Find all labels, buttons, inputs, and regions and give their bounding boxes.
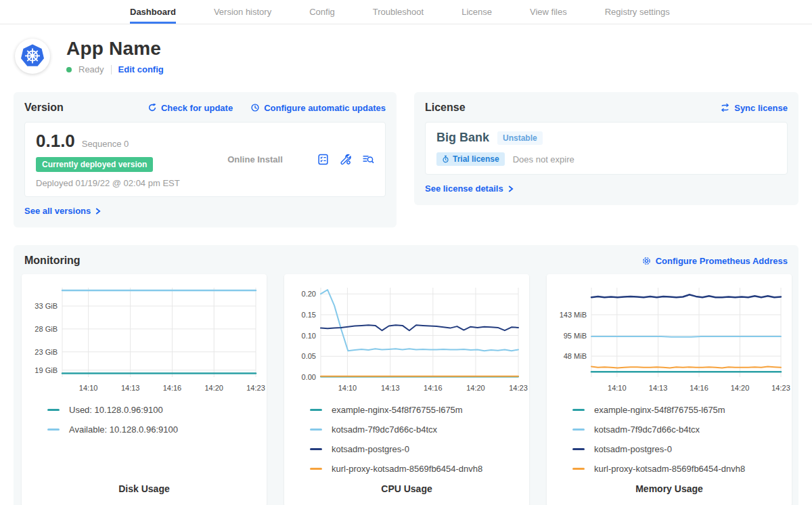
page-title: App Name	[66, 38, 164, 60]
svg-text:33 GiB: 33 GiB	[35, 302, 58, 310]
series-swatch	[572, 429, 585, 431]
checklist-icon	[317, 154, 329, 165]
lines-magnifier-icon	[362, 154, 374, 165]
tab-dashboard[interactable]: Dashboard	[130, 0, 176, 24]
svg-text:14:10: 14:10	[79, 384, 98, 392]
version-section: Version Check for update Configure autom…	[14, 92, 397, 227]
svg-text:0.20: 0.20	[302, 290, 316, 298]
install-type-label: Online Install	[193, 154, 317, 164]
svg-text:0.15: 0.15	[302, 311, 316, 319]
cpu-legend: example-nginx-54f8f76755-l675m kotsadm-7…	[310, 400, 521, 479]
version-number: 0.1.0	[36, 131, 75, 152]
memory-usage-chart: 14:1014:1314:1614:2014:2348 MiB95 MiB143…	[555, 281, 784, 395]
chart-title: Memory Usage	[555, 483, 784, 497]
sequence-label: Sequence 0	[82, 139, 129, 149]
disk-usage-card: 14:1014:1314:1614:2014:2319 GiB23 GiB28 …	[22, 274, 267, 505]
monitoring-title: Monitoring	[24, 255, 81, 267]
svg-text:14:13: 14:13	[649, 384, 668, 392]
tab-config[interactable]: Config	[309, 0, 335, 24]
stopwatch-icon	[442, 155, 449, 163]
channel-badge: Unstable	[497, 131, 543, 145]
top-nav: Dashboard Version history Config Trouble…	[0, 0, 812, 24]
license-name: Big Bank	[436, 131, 489, 145]
configure-prometheus-button[interactable]: Configure Prometheus Address	[641, 256, 788, 266]
svg-text:14:16: 14:16	[690, 384, 708, 392]
svg-text:0.00: 0.00	[302, 373, 316, 381]
monitoring-section: Monitoring Configure Prometheus Address …	[14, 245, 798, 505]
cpu-usage-card: 14:1014:1314:1614:2014:230.000.050.100.1…	[284, 274, 529, 505]
legend-item: example-nginx-54f8f76755-l675m	[572, 400, 784, 420]
view-diff-button[interactable]	[362, 154, 374, 165]
chart-title: Disk Usage	[30, 483, 258, 497]
series-swatch	[310, 429, 322, 431]
chart-title: CPU Usage	[292, 483, 521, 497]
see-all-versions-link[interactable]: See all versions	[24, 206, 101, 216]
svg-text:14:13: 14:13	[121, 384, 140, 392]
chevron-right-icon	[508, 185, 514, 193]
sync-icon	[720, 103, 730, 112]
version-title: Version	[24, 102, 64, 114]
svg-text:14:23: 14:23	[771, 384, 790, 392]
series-swatch	[572, 409, 585, 411]
chevron-right-icon	[95, 207, 101, 215]
app-header: App Name Ready Edit config	[0, 24, 812, 74]
edit-config-link[interactable]: Edit config	[118, 64, 164, 74]
tab-view-files[interactable]: View files	[530, 0, 567, 24]
deployed-badge: Currently deployed version	[36, 157, 153, 172]
legend-item: kurl-proxy-kotsadm-8569fb6454-dnvh8	[572, 459, 784, 479]
preflight-checks-button[interactable]	[317, 154, 329, 165]
svg-text:14:13: 14:13	[381, 384, 400, 392]
trial-license-badge: Trial license	[436, 152, 505, 166]
configure-automatic-updates-button[interactable]: Configure automatic updates	[250, 103, 386, 113]
check-for-update-button[interactable]: Check for update	[148, 103, 233, 113]
svg-text:14:23: 14:23	[246, 384, 265, 392]
tab-license[interactable]: License	[461, 0, 492, 24]
tab-version-history[interactable]: Version history	[214, 0, 271, 24]
tab-registry-settings[interactable]: Registry settings	[605, 0, 670, 24]
tab-troubleshoot[interactable]: Troubleshoot	[373, 0, 424, 24]
series-swatch	[47, 429, 60, 431]
license-section: License Sync license Big Bank Unstable	[414, 92, 798, 205]
status-dot	[66, 67, 72, 72]
svg-text:0.05: 0.05	[302, 352, 316, 360]
divider	[111, 65, 112, 74]
svg-text:48 MiB: 48 MiB	[564, 352, 587, 360]
gear-icon	[641, 256, 652, 266]
license-card: Big Bank Unstable Trial license Does not…	[425, 122, 788, 175]
disk-usage-chart: 14:1014:1314:1614:2014:2319 GiB23 GiB28 …	[30, 281, 258, 395]
app-logo	[15, 39, 50, 74]
license-title: License	[425, 102, 466, 114]
svg-text:14:20: 14:20	[466, 384, 485, 392]
deployed-timestamp: Deployed 01/19/22 @ 02:04 pm EST	[36, 178, 193, 188]
series-swatch	[310, 468, 322, 470]
legend-item: kotsadm-7f9dc7d66c-b4tcx	[310, 420, 521, 439]
license-expiration: Does not expire	[513, 154, 574, 164]
see-license-details-link[interactable]: See license details	[425, 183, 514, 194]
svg-text:14:16: 14:16	[424, 384, 443, 392]
series-swatch	[310, 409, 322, 411]
memory-usage-card: 14:1014:1314:1614:2014:2348 MiB95 MiB143…	[547, 274, 792, 505]
status-text: Ready	[78, 64, 104, 74]
clock-arrow-icon	[250, 103, 260, 112]
memory-legend: example-nginx-54f8f76755-l675m kotsadm-7…	[572, 400, 784, 479]
series-swatch	[310, 448, 322, 450]
svg-text:14:10: 14:10	[338, 384, 357, 392]
svg-text:28 GiB: 28 GiB	[35, 325, 58, 333]
legend-item: kotsadm-postgres-0	[310, 439, 521, 459]
series-swatch	[572, 468, 585, 470]
svg-text:14:20: 14:20	[731, 384, 750, 392]
legend-item: example-nginx-54f8f76755-l675m	[310, 400, 521, 420]
sync-license-button[interactable]: Sync license	[720, 103, 788, 113]
svg-text:143 MiB: 143 MiB	[560, 311, 587, 319]
svg-text:0.10: 0.10	[302, 332, 316, 340]
edit-config-version-button[interactable]	[340, 154, 351, 165]
series-swatch	[572, 448, 585, 450]
legend-item: Used: 10.128.0.96:9100	[47, 400, 258, 420]
kubernetes-icon	[16, 40, 49, 72]
svg-text:19 GiB: 19 GiB	[35, 366, 58, 374]
wrench-gear-icon	[340, 154, 351, 165]
refresh-icon	[148, 103, 157, 112]
series-swatch	[47, 409, 60, 411]
svg-text:14:20: 14:20	[204, 384, 223, 392]
legend-item: Available: 10.128.0.96:9100	[47, 420, 258, 439]
